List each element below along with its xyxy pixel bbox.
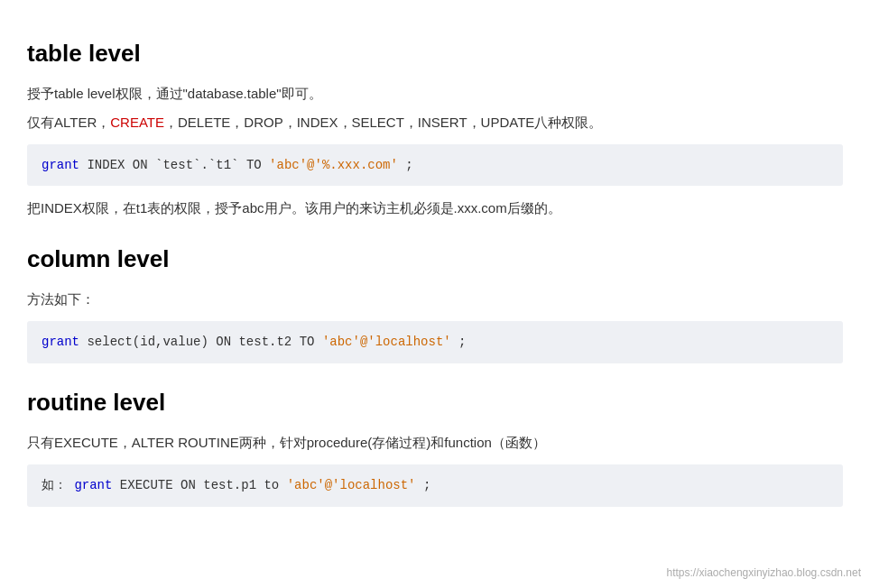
code-grant-keyword-3: grant <box>74 478 112 492</box>
routine-level-code: 如： grant EXECUTE ON test.p1 to 'abc'@'lo… <box>27 464 843 506</box>
code-user-string-2: 'abc'@'localhost' <box>322 335 451 349</box>
code-execute-part: EXECUTE ON test.p1 to <box>120 478 287 492</box>
routine-level-section: routine level 只有EXECUTE，ALTER ROUTINE两种，… <box>27 389 843 507</box>
table-level-desc-2: 仅有ALTER，CREATE，DELETE，DROP，INDEX，SELECT，… <box>27 111 843 134</box>
column-level-heading: column level <box>27 245 843 273</box>
code-user-string-1: 'abc'@'%.xxx.com' <box>269 158 398 172</box>
routine-level-desc-1: 只有EXECUTE，ALTER ROUTINE两种，针对procedure(存储… <box>27 431 843 455</box>
column-level-section: column level 方法如下： grant select(id,value… <box>27 245 843 363</box>
code-to-keyword-1: TO <box>246 158 269 172</box>
code-grant-keyword: grant <box>42 158 79 172</box>
table-level-desc-1: 授予table level权限，通过"database.table"即可。 <box>27 82 843 106</box>
highlight-create: CREATE <box>110 115 164 130</box>
table-level-section: table level 授予table level权限，通过"database.… <box>27 40 843 220</box>
table-level-after-code: 把INDEX权限，在t1表的权限，授予abc用户。该用户的来访主机必须是.xxx… <box>27 197 843 220</box>
code-index-part: INDEX ON <box>87 158 155 172</box>
code-semicolon-1: ; <box>405 158 412 172</box>
code-user-string-3: 'abc'@'localhost' <box>287 478 416 492</box>
column-level-desc-1: 方法如下： <box>27 288 843 311</box>
table-level-code: grant INDEX ON `test`.`t1` TO 'abc'@'%.x… <box>27 144 843 186</box>
column-level-code: grant select(id,value) ON test.t2 TO 'ab… <box>27 321 843 363</box>
table-level-heading: table level <box>27 40 843 68</box>
watermark: https://xiaochengxinyizhao.blog.csdn.net <box>667 566 861 579</box>
code-table-ref: `test`.`t1` <box>155 158 238 172</box>
code-semicolon-3: ; <box>423 478 430 492</box>
routine-level-heading: routine level <box>27 389 843 417</box>
code-grant-keyword-2: grant <box>42 335 79 349</box>
code-select-part: select(id,value) ON test.t2 TO <box>87 335 321 349</box>
code-like-prefix: 如： <box>42 478 67 492</box>
code-semicolon-2: ; <box>458 335 466 349</box>
